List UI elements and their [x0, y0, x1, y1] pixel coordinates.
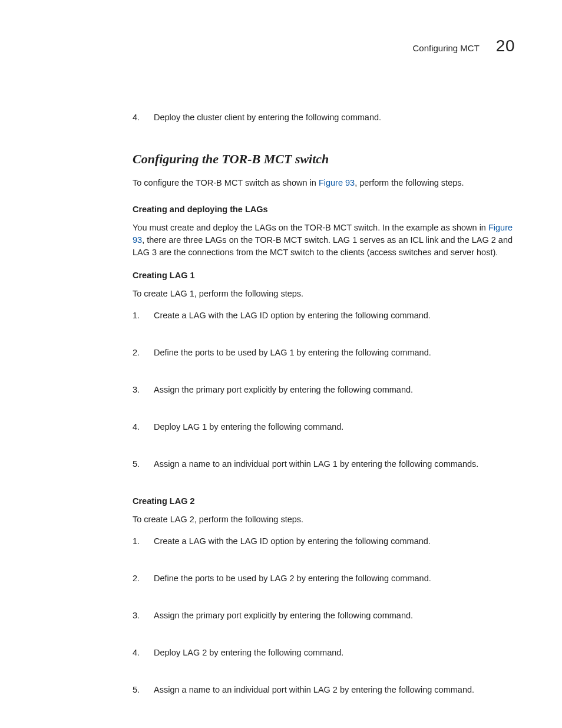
- list-item: 5. Assign a name to an individual port w…: [133, 684, 515, 696]
- list-item: 4. Deploy the cluster client by entering…: [133, 111, 515, 124]
- running-title: Configuring MCT: [412, 42, 479, 55]
- list-item: 5. Assign a name to an individual port w…: [133, 458, 515, 470]
- page: Configuring MCT 20 4. Deploy the cluster…: [0, 0, 562, 728]
- step-text: Assign a name to an individual port with…: [154, 684, 515, 696]
- section-intro: To configure the TOR-B MCT switch as sho…: [133, 177, 515, 189]
- sub-heading: Creating and deploying the LAGs: [133, 203, 515, 216]
- step-number: 5.: [133, 458, 143, 470]
- step-text: Assign the primary port explicitly by en…: [154, 384, 515, 396]
- list-item: 4. Deploy LAG 1 by entering the followin…: [133, 421, 515, 433]
- step-number: 1.: [133, 309, 143, 322]
- list-item: 4. Deploy LAG 2 by entering the followin…: [133, 647, 515, 659]
- list-item: 3. Assign the primary port explicitly by…: [133, 384, 515, 396]
- step-number: 2.: [133, 347, 143, 359]
- sub-heading: Creating LAG 2: [133, 495, 515, 508]
- list-item: 1. Create a LAG with the LAG ID option b…: [133, 535, 515, 548]
- section-heading: Configuring the TOR-B MCT switch: [133, 150, 515, 169]
- step-text: Define the ports to be used by LAG 1 by …: [154, 347, 515, 359]
- step-text: Deploy the cluster client by entering th…: [154, 111, 515, 124]
- intro-text-post: , perform the following steps.: [355, 178, 464, 187]
- paragraph: To create LAG 2, perform the following s…: [133, 513, 515, 526]
- paragraph: You must create and deploy the LAGs on t…: [133, 222, 515, 259]
- intro-text-pre: To configure the TOR-B MCT switch as sho…: [133, 178, 319, 187]
- step-number: 4.: [133, 111, 143, 124]
- step-text: Deploy LAG 2 by entering the following c…: [154, 647, 515, 659]
- running-header: Configuring MCT 20: [133, 34, 515, 58]
- step-text: Assign the primary port explicitly by en…: [154, 610, 515, 622]
- lag1-block: Creating LAG 1 To create LAG 1, perform …: [133, 269, 515, 470]
- lags-intro-block: Creating and deploying the LAGs You must…: [133, 203, 515, 259]
- lag2-block: Creating LAG 2 To create LAG 2, perform …: [133, 495, 515, 696]
- text-pre: You must create and deploy the LAGs on t…: [133, 223, 488, 232]
- figure-link[interactable]: Figure 93: [319, 178, 355, 187]
- step-text: Deploy LAG 1 by entering the following c…: [154, 421, 515, 433]
- step-text: Define the ports to be used by LAG 2 by …: [154, 572, 515, 585]
- text-post: , there are three LAGs on the TOR-B MCT …: [133, 235, 513, 257]
- ordered-list: 1. Create a LAG with the LAG ID option b…: [133, 309, 515, 470]
- list-item: 3. Assign the primary port explicitly by…: [133, 610, 515, 622]
- list-item: 1. Create a LAG with the LAG ID option b…: [133, 309, 515, 322]
- step-number: 2.: [133, 572, 143, 585]
- chapter-number: 20: [496, 34, 515, 58]
- step-text: Assign a name to an individual port with…: [154, 458, 515, 470]
- ordered-list: 1. Create a LAG with the LAG ID option b…: [133, 535, 515, 696]
- step-number: 1.: [133, 535, 143, 548]
- step-text: Create a LAG with the LAG ID option by e…: [154, 535, 515, 548]
- step-number: 4.: [133, 421, 143, 433]
- sub-heading: Creating LAG 1: [133, 269, 515, 282]
- step-number: 5.: [133, 684, 143, 696]
- list-item: 2. Define the ports to be used by LAG 2 …: [133, 572, 515, 585]
- step-number: 3.: [133, 384, 143, 396]
- step-text: Create a LAG with the LAG ID option by e…: [154, 309, 515, 322]
- step-number: 4.: [133, 647, 143, 659]
- step-number: 3.: [133, 610, 143, 622]
- list-item: 2. Define the ports to be used by LAG 1 …: [133, 347, 515, 359]
- paragraph: To create LAG 1, perform the following s…: [133, 288, 515, 300]
